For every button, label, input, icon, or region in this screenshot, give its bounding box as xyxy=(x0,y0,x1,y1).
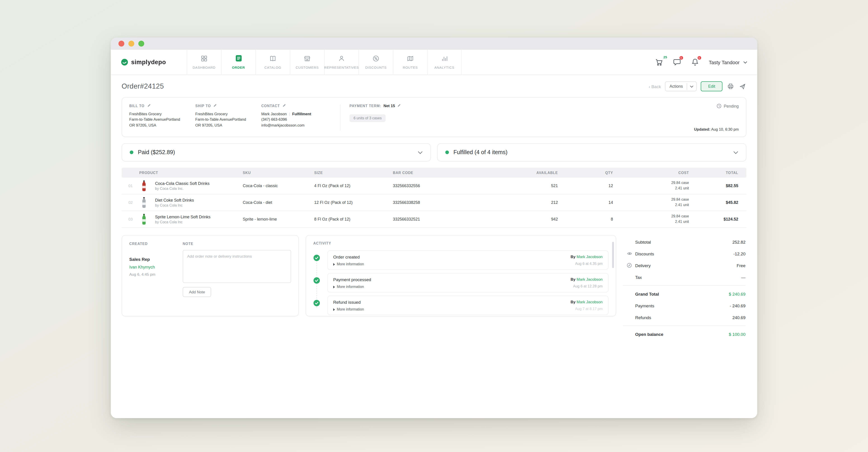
chevron-down-icon[interactable] xyxy=(733,151,738,154)
cost-cell: 29.84 case 2.41 unit xyxy=(613,197,689,208)
contact-label: CONTACT xyxy=(261,103,337,108)
nav-item-analytics[interactable]: ANALYTICS xyxy=(427,50,462,74)
sales-rep-name[interactable]: Ivan Khymych xyxy=(129,265,183,269)
activity-scrollbar[interactable] xyxy=(612,242,614,268)
edit-bill-to-icon[interactable] xyxy=(147,103,151,108)
activity-item-box[interactable]: Refund issued More information By Mark J… xyxy=(327,296,609,315)
triangle-icon xyxy=(333,308,335,311)
edit-button[interactable]: Edit xyxy=(701,82,722,91)
top-navbar: simplydepo DASHBOARD ORDER CATALOG CUST xyxy=(111,50,757,75)
nav-item-representatives[interactable]: REPRESENTATIVES xyxy=(324,50,359,74)
nav-item-order[interactable]: ORDER xyxy=(221,50,255,74)
column-header-cost: COST xyxy=(613,171,689,175)
chevron-down-icon[interactable] xyxy=(418,151,423,154)
cart-button[interactable]: 25 xyxy=(654,58,663,66)
vertical-divider xyxy=(340,104,340,131)
close-window-button[interactable] xyxy=(119,41,124,46)
activity-by-name[interactable]: Mark Jacobson xyxy=(577,277,602,282)
pencil-icon[interactable] xyxy=(627,263,631,267)
qty-cell: 8 xyxy=(558,217,613,222)
nav-item-label: CUSTOMERS xyxy=(296,65,319,69)
edit-contact-icon[interactable] xyxy=(283,103,286,108)
barcode-cell: 332566332556 xyxy=(393,184,472,188)
activity-by-name[interactable]: Mark Jacobson xyxy=(577,255,602,259)
nav-item-catalog[interactable]: CATALOG xyxy=(255,50,290,74)
more-information-toggle[interactable]: More information xyxy=(333,308,364,312)
summary-row-subtotal: Subtotal 252.82 xyxy=(623,236,745,248)
sku-cell: Sprite - lemon-lime xyxy=(243,217,314,222)
nav-item-label: ROUTES xyxy=(403,65,418,69)
sku-cell: Coca-Cola - diet xyxy=(243,200,314,205)
table-row[interactable]: 03 Sprite Lemon-Lime Soft Drinks by Coca… xyxy=(122,211,746,228)
units-badge: 6 units of 3 cases xyxy=(349,115,386,122)
payments-value: - 240.69 xyxy=(730,303,745,308)
notifications-button[interactable]: 6 xyxy=(690,58,699,66)
print-button[interactable] xyxy=(726,82,735,90)
activity-by-name[interactable]: Mark Jacobson xyxy=(577,300,602,304)
row-number: 02 xyxy=(122,200,142,205)
fulfilled-panel[interactable]: Fulfilled (4 of 4 items) xyxy=(437,143,746,161)
open-balance-value: $ 100.00 xyxy=(729,331,745,336)
chat-badge: 6 xyxy=(679,56,683,60)
discounts-value: -12.20 xyxy=(733,251,745,256)
activity-item-box[interactable]: Order created More information By Mark J… xyxy=(327,250,609,270)
activity-by: By Mark Jacobson xyxy=(570,300,602,304)
nav-item-discounts[interactable]: DISCOUNTS xyxy=(359,50,393,74)
order-info-card: BILL TO FreshBites Grocery Farm-to-Table… xyxy=(122,97,746,137)
paper-plane-icon xyxy=(740,84,745,89)
paid-panel[interactable]: Paid ($252.89) xyxy=(122,143,431,161)
paid-panel-title: Paid ($252.89) xyxy=(138,149,175,156)
summary-row-payments: Payments - 240.69 xyxy=(623,300,745,312)
order-icon xyxy=(235,55,242,64)
check-circle-icon xyxy=(313,277,320,292)
sales-rep-role: Sales Rep xyxy=(129,257,183,262)
status-text: Pending xyxy=(724,104,739,108)
contact-email: info@markjacobsson.com xyxy=(261,123,337,128)
activity-item-box[interactable]: Payment processed More information By Ma… xyxy=(327,273,609,292)
table-row[interactable]: 02 Diet Coke Soft Drinks by Coca Cola In… xyxy=(122,194,746,211)
more-information-toggle[interactable]: More information xyxy=(333,262,364,266)
chat-button[interactable]: 6 xyxy=(673,58,681,66)
note-input[interactable] xyxy=(183,250,291,283)
back-button[interactable]: ‹ Back xyxy=(649,84,661,89)
edit-payment-term-icon[interactable] xyxy=(397,103,401,108)
activity-by: By Mark Jacobson xyxy=(570,277,602,282)
edit-ship-to-icon[interactable] xyxy=(214,103,217,108)
table-row[interactable]: 01 Coca-Cola Classic Soft Drinks by Coca… xyxy=(122,177,746,194)
contact-section: CONTACT Mark Jacobson | Fulfillment (347… xyxy=(261,103,337,132)
logo[interactable]: simplydepo xyxy=(121,50,187,74)
account-menu[interactable]: Tasty Tandoor xyxy=(709,59,747,65)
percent-icon xyxy=(373,55,379,64)
more-information-toggle[interactable]: More information xyxy=(333,285,371,289)
status-badge[interactable]: Pending xyxy=(717,103,739,108)
map-icon xyxy=(407,55,414,64)
add-note-button[interactable]: Add Note xyxy=(183,287,211,297)
nav-item-dashboard[interactable]: DASHBOARD xyxy=(187,50,221,74)
available-cell: 521 xyxy=(472,184,558,188)
summary-row-delivery: Delivery Free xyxy=(623,259,745,271)
actions-caret[interactable] xyxy=(687,83,696,90)
total-cell: $124.52 xyxy=(689,217,738,222)
size-cell: 4 Fl Oz (Pack of 12) xyxy=(314,184,393,188)
header-actions: ‹ Back Actions Edit xyxy=(649,82,746,91)
activity-item-right: By Mark Jacobson Aug 6 at 12.28 pm xyxy=(570,277,602,288)
column-header-product: PRODUCT xyxy=(122,171,243,175)
product-thumbnail xyxy=(142,180,155,191)
row-number: 01 xyxy=(122,184,142,188)
nav-item-customers[interactable]: CUSTOMERS xyxy=(290,50,324,74)
eye-icon[interactable] xyxy=(627,251,632,256)
activity-date: Aug 7 at 8.17 pm xyxy=(570,307,602,311)
activity-item-left: Order created More information xyxy=(333,255,364,266)
bill-to-section: BILL TO FreshBites Grocery Farm-to-Table… xyxy=(129,103,195,132)
payment-term-label: PAYMENT TERM: xyxy=(349,104,381,108)
send-button[interactable] xyxy=(739,83,746,90)
cost-cell: 29.84 case 2.41 unit xyxy=(613,214,689,224)
nav-item-routes[interactable]: ROUTES xyxy=(393,50,427,74)
minimize-window-button[interactable] xyxy=(128,41,134,46)
nav-items: DASHBOARD ORDER CATALOG CUSTOMERS REPRES… xyxy=(187,50,462,74)
paid-status-dot xyxy=(130,151,133,154)
actions-dropdown-button[interactable]: Actions xyxy=(665,82,697,91)
activity-title: Refund issued xyxy=(333,300,364,305)
payment-term-value: Net 15 xyxy=(383,103,395,108)
zoom-window-button[interactable] xyxy=(138,41,144,46)
